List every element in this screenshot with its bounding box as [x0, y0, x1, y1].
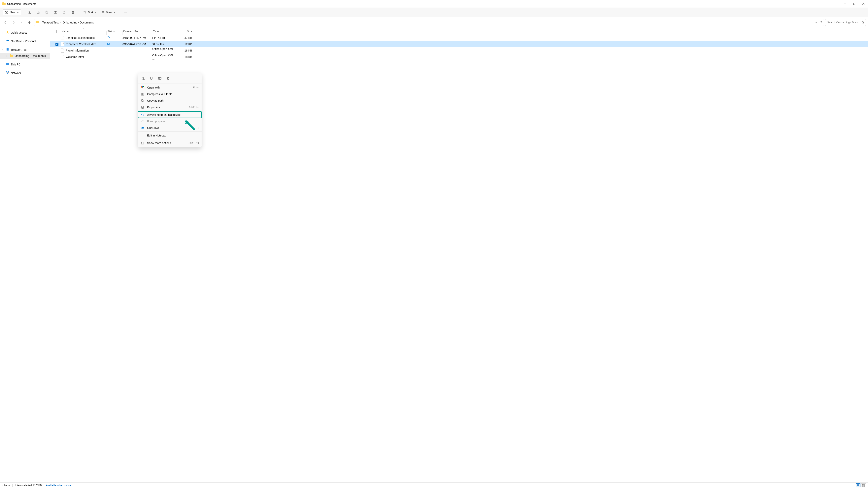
svg-point-37: [144, 79, 144, 80]
svg-rect-28: [8, 49, 8, 50]
delete-button[interactable]: [69, 9, 77, 16]
show-more-icon: [141, 141, 144, 145]
maximize-button[interactable]: [850, 0, 859, 7]
more-button[interactable]: [122, 9, 130, 16]
ctx-compress[interactable]: Compress to ZIP file: [138, 91, 202, 97]
view-thumbnails-button[interactable]: [861, 483, 866, 487]
svg-rect-21: [36, 21, 37, 22]
refresh-button[interactable]: [819, 21, 823, 24]
ctx-label: Properties: [147, 106, 186, 109]
chevron-right-icon: ›: [2, 31, 4, 34]
header-checkbox[interactable]: [53, 30, 61, 33]
svg-rect-38: [151, 77, 152, 79]
file-row[interactable]: IT System Checklist.xlsx 8/15/2024 2:38 …: [50, 41, 868, 47]
back-button[interactable]: [2, 19, 9, 26]
share-button[interactable]: [60, 9, 68, 16]
file-row[interactable]: Payroll information Office Open XML ... …: [50, 47, 868, 54]
sidebar: › Quick access › OneDrive - Personal › T…: [0, 28, 50, 482]
close-button[interactable]: [859, 0, 868, 7]
ctx-delete-button[interactable]: [166, 76, 170, 81]
svg-rect-54: [864, 486, 865, 486]
ctx-open-with[interactable]: Open with Enter: [138, 84, 202, 91]
onedrive-icon: [141, 126, 144, 130]
file-type: XLSX File: [152, 42, 176, 46]
monitor-icon: [6, 62, 9, 66]
svg-point-19: [126, 12, 127, 12]
svg-rect-42: [142, 86, 143, 87]
svg-rect-35: [7, 73, 8, 74]
row-checkbox[interactable]: [53, 43, 61, 46]
file-row[interactable]: Benefits Explained.pptx 8/15/2024 2:37 P…: [50, 35, 868, 41]
forward-button[interactable]: [10, 19, 17, 26]
breadcrumb-folder[interactable]: Onboarding - Documents: [62, 21, 94, 24]
copy-path-icon: [141, 99, 144, 103]
file-row[interactable]: Welcome letter Office Open XML ... 18 KB: [50, 54, 868, 60]
ctx-cut-button[interactable]: [141, 76, 146, 81]
svg-point-9: [28, 13, 29, 13]
ctx-copy-path[interactable]: Copy as path: [138, 97, 202, 104]
svg-rect-53: [862, 486, 863, 486]
zip-icon: [141, 92, 144, 96]
svg-point-22: [862, 21, 863, 23]
chevron-right-icon: ›: [2, 71, 4, 75]
svg-rect-51: [862, 484, 863, 485]
breadcrumb-root[interactable]: Texaport Test: [41, 21, 59, 24]
ctx-edit-notepad[interactable]: Edit in Notepad: [138, 132, 202, 139]
header-type[interactable]: Type: [152, 30, 176, 33]
sidebar-item-network[interactable]: › Network: [0, 70, 50, 76]
sidebar-item-onedrive-personal[interactable]: › OneDrive - Personal: [0, 38, 50, 44]
svg-rect-14: [54, 11, 56, 13]
file-modified: 8/15/2024 2:38 PM: [122, 42, 152, 46]
folder-icon: [10, 54, 13, 58]
ctx-properties[interactable]: Properties Alt+Enter: [138, 104, 202, 110]
copy-button[interactable]: [34, 9, 42, 16]
document-icon: [61, 36, 64, 40]
properties-icon: [141, 106, 144, 109]
file-list-area: ˄ Name Status Date modified Type Size Be…: [50, 28, 868, 482]
file-size: 18 KB: [176, 55, 196, 58]
paste-button[interactable]: [43, 9, 51, 16]
ctx-hint: Alt+Enter: [189, 106, 199, 109]
svg-rect-34: [8, 71, 9, 72]
separator: [120, 10, 120, 15]
chevron-right-icon: ›: [2, 63, 4, 66]
cut-button[interactable]: [25, 9, 33, 16]
file-type: Office Open XML ...: [152, 54, 176, 60]
recent-button[interactable]: [18, 19, 25, 26]
ctx-rename-button[interactable]: [157, 76, 162, 81]
header-status[interactable]: Status: [106, 30, 122, 33]
header-name[interactable]: ˄ Name: [61, 30, 106, 33]
chevron-down-icon[interactable]: [815, 21, 817, 24]
rename-button[interactable]: [52, 9, 59, 16]
svg-rect-32: [7, 65, 8, 65]
svg-rect-50: [141, 142, 144, 144]
titlebar: Onboarding - Documents: [0, 0, 868, 7]
chevron-right-icon: ›: [39, 21, 40, 24]
view-details-button[interactable]: [856, 483, 861, 487]
ctx-hint: Shift+F10: [188, 142, 199, 144]
sidebar-item-texaport[interactable]: › Texaport Test: [0, 47, 50, 53]
ctx-always-keep[interactable]: Always keep on this device: [138, 111, 202, 118]
svg-rect-27: [7, 49, 7, 50]
chevron-down-icon: ›: [1, 48, 5, 51]
sidebar-item-onboarding[interactable]: › Onboarding - Documents: [0, 53, 50, 59]
search-input[interactable]: [827, 21, 860, 24]
new-button[interactable]: New: [3, 9, 21, 15]
header-size[interactable]: Size: [176, 30, 196, 33]
search-box[interactable]: [825, 19, 866, 26]
header-modified[interactable]: Date modified: [122, 30, 152, 33]
ctx-label: Edit in Notepad: [147, 134, 199, 137]
up-button[interactable]: [26, 19, 33, 26]
address-bar[interactable]: › Texaport Test › Onboarding - Documents: [34, 19, 824, 26]
sort-button[interactable]: Sort: [81, 9, 99, 15]
sidebar-item-quickaccess[interactable]: › Quick access: [0, 29, 50, 36]
document-icon: [61, 49, 64, 53]
ctx-copy-button[interactable]: [149, 76, 154, 81]
file-size: 12 KB: [176, 42, 196, 46]
sidebar-item-label: Quick access: [11, 31, 27, 34]
sidebar-item-thispc[interactable]: › This PC: [0, 61, 50, 67]
ctx-show-more[interactable]: Show more options Shift+F10: [138, 140, 202, 146]
folder-icon: [2, 2, 6, 5]
minimize-button[interactable]: [841, 0, 850, 7]
view-button[interactable]: View: [99, 9, 118, 15]
